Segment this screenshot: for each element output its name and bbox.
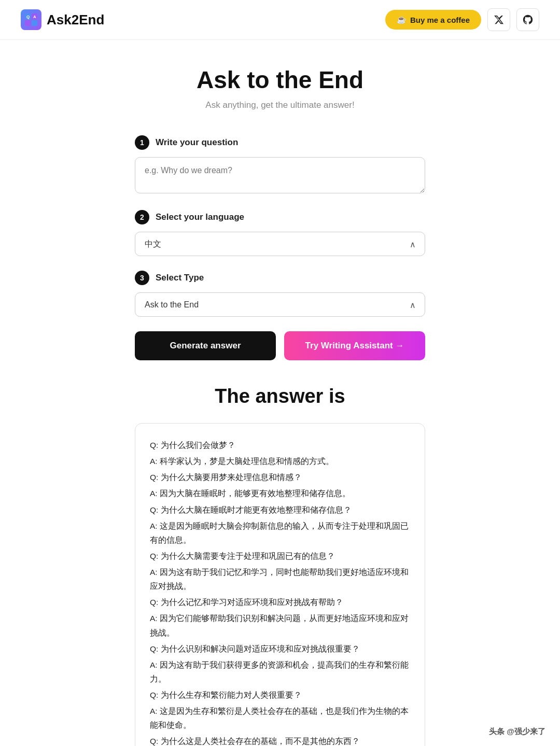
- header: Q A Ask2End ☕ Buy me a coffee: [0, 0, 560, 40]
- qa-line: Q: 为什么大脑需要专注于处理和巩固已有的信息？: [150, 549, 410, 563]
- github-button[interactable]: [516, 8, 539, 31]
- header-actions: ☕ Buy me a coffee: [385, 8, 539, 31]
- page-subtitle: Ask anything, get the ultimate answer!: [135, 100, 425, 110]
- qa-line: A: 因为这有助于我们记忆和学习，同时也能帮助我们更好地适应环境和应对挑战。: [150, 565, 410, 593]
- step1-label: 1 Write your question: [135, 135, 425, 150]
- watermark: 头条 @强少来了: [489, 727, 545, 737]
- step1-section: 1 Write your question: [135, 135, 425, 195]
- step3-text: Select Type: [156, 273, 204, 283]
- language-select[interactable]: 中文 English 日本語: [135, 232, 425, 256]
- qa-line: Q: 为什么大脑在睡眠时才能更有效地整理和储存信息？: [150, 503, 410, 517]
- step2-label: 2 Select your language: [135, 210, 425, 224]
- main-content: Ask to the End Ask anything, get the ult…: [124, 40, 436, 746]
- coffee-icon: ☕: [397, 15, 407, 24]
- svg-text:A: A: [33, 15, 36, 19]
- answer-title: The answer is: [135, 385, 425, 407]
- logo-icon: Q A: [21, 9, 41, 30]
- answer-lines: Q: 为什么我们会做梦？A: 科学家认为，梦是大脑处理信息和情感的方式。Q: 为…: [150, 438, 410, 746]
- logo-text: Ask2End: [47, 12, 104, 28]
- page-title: Ask to the End: [135, 66, 425, 94]
- generate-button[interactable]: Generate answer: [135, 331, 276, 360]
- qa-line: Q: 为什么生存和繁衍能力对人类很重要？: [150, 688, 410, 702]
- qa-line: Q: 为什么这是人类社会存在的基础，而不是其他的东西？: [150, 734, 410, 746]
- step3-number: 3: [135, 271, 149, 285]
- qa-line: A: 这是因为睡眠时大脑会抑制新信息的输入，从而专注于处理和巩固已有的信息。: [150, 519, 410, 547]
- qa-line: Q: 为什么记忆和学习对适应环境和应对挑战有帮助？: [150, 595, 410, 609]
- action-buttons: Generate answer Try Writing Assistant →: [135, 331, 425, 360]
- language-select-wrapper: 中文 English 日本語: [135, 232, 425, 256]
- qa-line: A: 因为它们能够帮助我们识别和解决问题，从而更好地适应环境和应对挑战。: [150, 611, 410, 639]
- buy-coffee-label: Buy me a coffee: [410, 16, 470, 24]
- qa-line: Q: 为什么我们会做梦？: [150, 438, 410, 452]
- qa-line: A: 这是因为生存和繁衍是人类社会存在的基础，也是我们作为生物的本能和使命。: [150, 704, 410, 732]
- svg-text:Q: Q: [26, 15, 30, 19]
- step2-number: 2: [135, 210, 149, 224]
- qa-line: Q: 为什么大脑要用梦来处理信息和情感？: [150, 470, 410, 484]
- step1-text: Write your question: [156, 137, 238, 148]
- qa-line: Q: 为什么识别和解决问题对适应环境和应对挑战很重要？: [150, 642, 410, 656]
- logo-area: Q A Ask2End: [21, 9, 104, 30]
- writing-assistant-button[interactable]: Try Writing Assistant →: [284, 331, 425, 360]
- qa-line: A: 因为大脑在睡眠时，能够更有效地整理和储存信息。: [150, 486, 410, 500]
- step3-label: 3 Select Type: [135, 271, 425, 285]
- step2-text: Select your language: [156, 212, 244, 222]
- answer-box: Q: 为什么我们会做梦？A: 科学家认为，梦是大脑处理信息和情感的方式。Q: 为…: [135, 423, 425, 746]
- type-select[interactable]: Ask to the End Writing Assistant: [135, 292, 425, 317]
- qa-line: A: 因为这有助于我们获得更多的资源和机会，提高我们的生存和繁衍能力。: [150, 658, 410, 686]
- step2-section: 2 Select your language 中文 English 日本語: [135, 210, 425, 256]
- question-input[interactable]: [135, 157, 425, 193]
- qa-line: A: 科学家认为，梦是大脑处理信息和情感的方式。: [150, 454, 410, 468]
- svg-rect-2: [25, 20, 31, 26]
- type-select-wrapper: Ask to the End Writing Assistant: [135, 292, 425, 317]
- svg-rect-3: [32, 20, 37, 26]
- buy-coffee-button[interactable]: ☕ Buy me a coffee: [385, 10, 481, 30]
- step3-section: 3 Select Type Ask to the End Writing Ass…: [135, 271, 425, 317]
- twitter-button[interactable]: [487, 8, 510, 31]
- step1-number: 1: [135, 135, 149, 150]
